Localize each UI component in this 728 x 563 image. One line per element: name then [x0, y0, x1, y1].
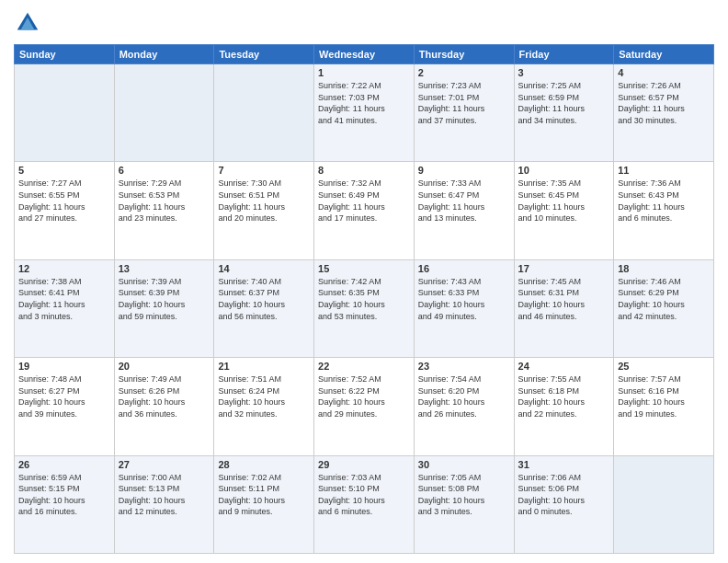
calendar-day-cell: 3Sunrise: 7:25 AM Sunset: 6:59 PM Daylig… [514, 64, 614, 162]
weekday-header-tuesday: Tuesday [214, 45, 314, 64]
day-info: Sunrise: 7:03 AM Sunset: 5:10 PM Dayligh… [318, 472, 410, 518]
calendar-day-cell: 26Sunrise: 6:59 AM Sunset: 5:15 PM Dayli… [15, 455, 115, 553]
day-info: Sunrise: 7:02 AM Sunset: 5:11 PM Dayligh… [218, 472, 310, 518]
day-info: Sunrise: 7:54 AM Sunset: 6:20 PM Dayligh… [418, 373, 510, 419]
day-info: Sunrise: 7:42 AM Sunset: 6:35 PM Dayligh… [318, 276, 410, 322]
day-info: Sunrise: 7:39 AM Sunset: 6:39 PM Dayligh… [119, 276, 210, 322]
calendar-day-cell: 10Sunrise: 7:35 AM Sunset: 6:45 PM Dayli… [514, 162, 614, 259]
calendar-day-cell: 17Sunrise: 7:45 AM Sunset: 6:31 PM Dayli… [514, 259, 614, 357]
calendar-day-cell: 7Sunrise: 7:30 AM Sunset: 6:51 PM Daylig… [214, 162, 314, 259]
day-number: 21 [218, 361, 310, 372]
calendar-day-cell: 6Sunrise: 7:29 AM Sunset: 6:53 PM Daylig… [114, 162, 214, 259]
day-number: 20 [119, 361, 210, 372]
day-info: Sunrise: 7:22 AM Sunset: 7:03 PM Dayligh… [318, 80, 410, 126]
calendar-day-cell [214, 64, 314, 162]
day-info: Sunrise: 7:48 AM Sunset: 6:27 PM Dayligh… [18, 373, 110, 419]
day-number: 9 [418, 165, 510, 176]
day-info: Sunrise: 7:29 AM Sunset: 6:53 PM Dayligh… [119, 178, 210, 224]
day-number: 16 [418, 263, 510, 274]
day-number: 6 [119, 165, 210, 176]
day-number: 11 [618, 165, 710, 176]
weekday-header-thursday: Thursday [414, 45, 514, 64]
day-info: Sunrise: 7:40 AM Sunset: 6:37 PM Dayligh… [218, 276, 310, 322]
day-info: Sunrise: 7:00 AM Sunset: 5:13 PM Dayligh… [119, 472, 210, 518]
weekday-header-saturday: Saturday [614, 45, 714, 64]
calendar-day-cell [614, 455, 714, 553]
weekday-header-monday: Monday [114, 45, 214, 64]
calendar-day-cell: 20Sunrise: 7:49 AM Sunset: 6:26 PM Dayli… [114, 358, 214, 455]
day-info: Sunrise: 7:51 AM Sunset: 6:24 PM Dayligh… [218, 373, 310, 419]
calendar-day-cell: 13Sunrise: 7:39 AM Sunset: 6:39 PM Dayli… [114, 259, 214, 357]
day-info: Sunrise: 6:59 AM Sunset: 5:15 PM Dayligh… [18, 472, 110, 518]
calendar-day-cell: 21Sunrise: 7:51 AM Sunset: 6:24 PM Dayli… [214, 358, 314, 455]
day-info: Sunrise: 7:26 AM Sunset: 6:57 PM Dayligh… [618, 80, 710, 126]
weekday-header-row: SundayMondayTuesdayWednesdayThursdayFrid… [15, 45, 714, 64]
calendar-day-cell: 2Sunrise: 7:23 AM Sunset: 7:01 PM Daylig… [414, 64, 514, 162]
calendar-table: SundayMondayTuesdayWednesdayThursdayFrid… [14, 44, 714, 554]
day-number: 17 [518, 263, 610, 274]
header [14, 9, 714, 37]
day-number: 1 [318, 67, 410, 78]
day-info: Sunrise: 7:27 AM Sunset: 6:55 PM Dayligh… [18, 178, 110, 224]
day-number: 13 [119, 263, 210, 274]
calendar-day-cell: 12Sunrise: 7:38 AM Sunset: 6:41 PM Dayli… [15, 259, 115, 357]
calendar-day-cell: 5Sunrise: 7:27 AM Sunset: 6:55 PM Daylig… [15, 162, 115, 259]
day-number: 3 [518, 67, 610, 78]
day-number: 26 [18, 459, 110, 470]
day-info: Sunrise: 7:38 AM Sunset: 6:41 PM Dayligh… [18, 276, 110, 322]
day-number: 28 [218, 459, 310, 470]
day-number: 5 [18, 165, 110, 176]
day-number: 23 [418, 361, 510, 372]
day-number: 10 [518, 165, 610, 176]
calendar-day-cell: 27Sunrise: 7:00 AM Sunset: 5:13 PM Dayli… [114, 455, 214, 553]
calendar-day-cell: 9Sunrise: 7:33 AM Sunset: 6:47 PM Daylig… [414, 162, 514, 259]
day-number: 31 [518, 459, 610, 470]
day-number: 15 [318, 263, 410, 274]
day-info: Sunrise: 7:52 AM Sunset: 6:22 PM Dayligh… [318, 373, 410, 419]
day-number: 18 [618, 263, 710, 274]
calendar-day-cell: 28Sunrise: 7:02 AM Sunset: 5:11 PM Dayli… [214, 455, 314, 553]
calendar-week-row: 19Sunrise: 7:48 AM Sunset: 6:27 PM Dayli… [15, 358, 714, 455]
calendar-week-row: 12Sunrise: 7:38 AM Sunset: 6:41 PM Dayli… [15, 259, 714, 357]
day-number: 2 [418, 67, 510, 78]
day-info: Sunrise: 7:45 AM Sunset: 6:31 PM Dayligh… [518, 276, 610, 322]
day-number: 25 [618, 361, 710, 372]
day-info: Sunrise: 7:43 AM Sunset: 6:33 PM Dayligh… [418, 276, 510, 322]
day-number: 22 [318, 361, 410, 372]
calendar-day-cell: 30Sunrise: 7:05 AM Sunset: 5:08 PM Dayli… [414, 455, 514, 553]
day-info: Sunrise: 7:35 AM Sunset: 6:45 PM Dayligh… [518, 178, 610, 224]
calendar-day-cell: 15Sunrise: 7:42 AM Sunset: 6:35 PM Dayli… [314, 259, 415, 357]
day-number: 27 [119, 459, 210, 470]
calendar-day-cell: 18Sunrise: 7:46 AM Sunset: 6:29 PM Dayli… [614, 259, 714, 357]
day-number: 14 [218, 263, 310, 274]
day-info: Sunrise: 7:23 AM Sunset: 7:01 PM Dayligh… [418, 80, 510, 126]
calendar-day-cell: 14Sunrise: 7:40 AM Sunset: 6:37 PM Dayli… [214, 259, 314, 357]
weekday-header-wednesday: Wednesday [314, 45, 415, 64]
calendar-day-cell [114, 64, 214, 162]
calendar-day-cell: 19Sunrise: 7:48 AM Sunset: 6:27 PM Dayli… [15, 358, 115, 455]
day-info: Sunrise: 7:57 AM Sunset: 6:16 PM Dayligh… [618, 373, 710, 419]
calendar-day-cell: 11Sunrise: 7:36 AM Sunset: 6:43 PM Dayli… [614, 162, 714, 259]
weekday-header-friday: Friday [514, 45, 614, 64]
calendar-day-cell: 24Sunrise: 7:55 AM Sunset: 6:18 PM Dayli… [514, 358, 614, 455]
calendar-day-cell [15, 64, 115, 162]
day-number: 19 [18, 361, 110, 372]
day-info: Sunrise: 7:05 AM Sunset: 5:08 PM Dayligh… [418, 472, 510, 518]
day-number: 8 [318, 165, 410, 176]
calendar-day-cell: 4Sunrise: 7:26 AM Sunset: 6:57 PM Daylig… [614, 64, 714, 162]
day-number: 12 [18, 263, 110, 274]
calendar-day-cell: 31Sunrise: 7:06 AM Sunset: 5:06 PM Dayli… [514, 455, 614, 553]
calendar-week-row: 5Sunrise: 7:27 AM Sunset: 6:55 PM Daylig… [15, 162, 714, 259]
calendar-day-cell: 1Sunrise: 7:22 AM Sunset: 7:03 PM Daylig… [314, 64, 415, 162]
day-info: Sunrise: 7:46 AM Sunset: 6:29 PM Dayligh… [618, 276, 710, 322]
day-number: 30 [418, 459, 510, 470]
weekday-header-sunday: Sunday [15, 45, 115, 64]
day-info: Sunrise: 7:06 AM Sunset: 5:06 PM Dayligh… [518, 472, 610, 518]
calendar-day-cell: 8Sunrise: 7:32 AM Sunset: 6:49 PM Daylig… [314, 162, 415, 259]
day-number: 24 [518, 361, 610, 372]
day-info: Sunrise: 7:33 AM Sunset: 6:47 PM Dayligh… [418, 178, 510, 224]
calendar-day-cell: 16Sunrise: 7:43 AM Sunset: 6:33 PM Dayli… [414, 259, 514, 357]
calendar-week-row: 26Sunrise: 6:59 AM Sunset: 5:15 PM Dayli… [15, 455, 714, 553]
calendar-day-cell: 29Sunrise: 7:03 AM Sunset: 5:10 PM Dayli… [314, 455, 415, 553]
calendar-day-cell: 22Sunrise: 7:52 AM Sunset: 6:22 PM Dayli… [314, 358, 415, 455]
